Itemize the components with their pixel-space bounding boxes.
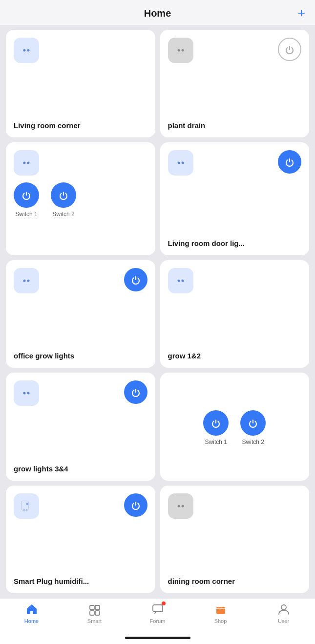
smart-plug-icon: ⓘ [20,499,33,513]
plug-icon-gray [174,44,188,57]
power-button-switch1[interactable] [203,410,229,436]
svg-point-13 [23,392,26,395]
card-living-room-door-light[interactable]: Living room door lig... [160,142,310,255]
switch-row: Switch 1 Switch 2 [203,410,266,445]
power-button-2[interactable] [51,182,76,208]
home-icon [25,602,39,616]
plug-icon [20,386,33,400]
device-icon [168,493,193,519]
switch-item-2[interactable]: Switch 2 [51,182,76,218]
nav-item-home[interactable]: Home [16,602,47,624]
plug-icon [20,156,33,170]
power-icon [283,43,296,56]
card-label: office grow lights [14,348,147,360]
nav-label-shop: Shop [214,618,227,624]
card-icon-row [14,268,147,293]
card-icon-row [168,150,302,176]
svg-point-5 [23,162,26,164]
device-icon [14,38,39,63]
device-icon [14,150,39,176]
plug-icon [20,44,33,57]
svg-point-1 [23,49,26,52]
card-switches-1-2-left[interactable]: Switch 1 Switch 2 [6,142,155,255]
card-living-room-corner[interactable]: Living room corner [6,30,155,137]
svg-point-21 [181,505,184,507]
nav-item-shop[interactable]: Shop [205,602,236,624]
power-button[interactable] [124,380,147,404]
svg-point-6 [27,162,30,164]
plug-icon [174,156,188,170]
switch-label-1: Switch 1 [205,439,227,445]
switch-item-1[interactable]: Switch 1 [14,182,39,218]
svg-rect-25 [95,611,100,615]
card-plant-drain[interactable]: plant drain [160,30,310,137]
power-button[interactable] [124,493,147,517]
svg-point-0 [21,44,32,56]
svg-point-4 [181,49,184,52]
card-icon-row [168,38,302,63]
svg-rect-26 [153,605,163,612]
switch-item-2[interactable]: Switch 2 [240,410,266,445]
shop-icon [214,602,228,616]
power-icon [57,189,70,201]
nav-label-smart: Smart [87,618,102,624]
svg-rect-24 [90,611,94,615]
svg-rect-17 [26,509,27,511]
svg-rect-16 [23,509,25,511]
switch-label-2: Switch 2 [242,439,264,445]
card-icon-row: ⓘ [14,493,147,519]
svg-point-28 [281,605,286,610]
card-office-grow-lights[interactable]: office grow lights [6,260,155,368]
svg-point-7 [177,162,180,164]
add-button[interactable]: + [298,6,305,19]
power-button-switch2[interactable] [240,410,266,436]
card-grow-switches[interactable]: Switch 1 Switch 2 [160,373,310,480]
switch-label-2: Switch 2 [52,211,74,218]
card-label: Living room corner [14,117,147,130]
card-icon-row [168,493,302,519]
plug-icon-gray [174,499,188,513]
nav-item-user[interactable]: User [268,602,299,624]
device-icon [168,38,193,63]
plug-icon [20,274,33,288]
home-indicator-bar [125,637,190,639]
card-icon-row [14,380,147,406]
device-icon [14,380,39,406]
power-icon [129,273,142,286]
svg-point-14 [27,392,30,395]
switch-row: Switch 1 Switch 2 [14,182,147,218]
bottom-navigation: Home Smart Forum [0,598,315,634]
nav-item-forum[interactable]: Forum [142,602,173,624]
device-icon [168,150,193,176]
nav-item-smart[interactable]: Smart [79,602,110,624]
card-icon-row [14,150,147,176]
card-label: grow lights 3&4 [14,461,147,473]
card-label: dining room corner [168,573,302,585]
power-button[interactable] [124,268,147,291]
card-label: grow 1&2 [168,348,302,360]
card-grow-lights-3-4[interactable]: grow lights 3&4 [6,373,155,480]
svg-point-11 [177,279,180,282]
home-indicator [0,634,315,644]
user-icon [277,602,291,616]
device-icon-smart-plug: ⓘ [14,493,39,519]
svg-point-3 [177,49,180,52]
device-icon [168,268,193,293]
nav-label-forum: Forum [150,618,166,624]
power-button-1[interactable] [14,182,39,208]
svg-point-20 [177,505,180,507]
power-button[interactable] [278,150,301,174]
svg-point-8 [181,162,184,164]
page-title: Home [144,8,171,19]
svg-rect-22 [90,605,94,610]
power-icon [210,417,222,429]
card-smart-plug-humidifier[interactable]: ⓘ Smart Plug humidifi... [6,486,155,593]
switch-item-1[interactable]: Switch 1 [203,410,229,445]
card-icon-row [14,38,147,63]
forum-icon [151,602,165,616]
power-button[interactable] [278,38,301,61]
forum-notification-dot [162,601,166,605]
svg-rect-15 [21,501,28,510]
card-grow-1-2[interactable]: grow 1&2 [160,260,310,368]
card-dining-room-corner[interactable]: dining room corner [160,486,310,593]
